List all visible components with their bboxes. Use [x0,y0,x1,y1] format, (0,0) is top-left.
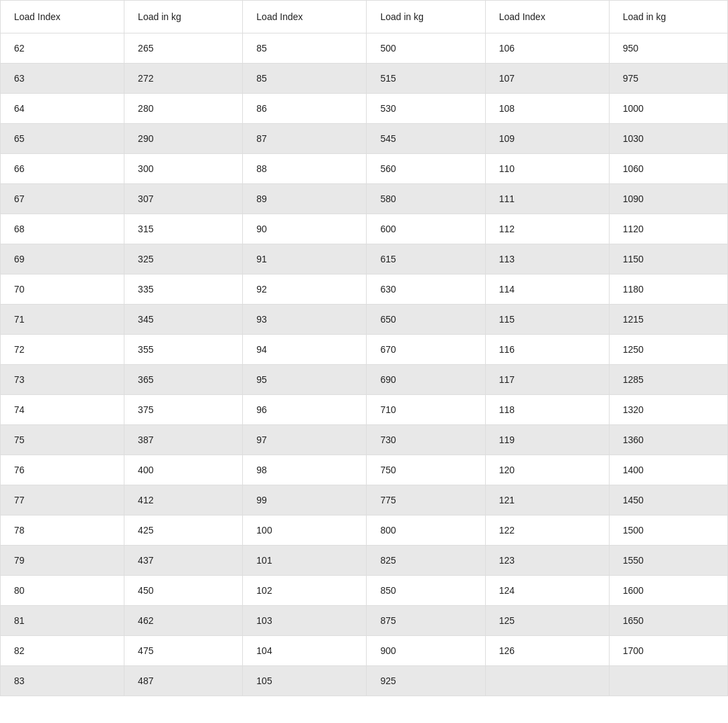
table-cell-r8-c0: 70 [1,274,124,305]
table-cell-r17-c4: 123 [485,546,609,576]
table-cell-r17-c1: 437 [124,546,243,576]
table-cell-r8-c4: 114 [485,274,609,305]
table-cell-r3-c0: 65 [1,124,124,154]
table-cell-r20-c1: 475 [124,636,243,666]
table-cell-r21-c1: 487 [124,666,243,696]
table-cell-r7-c1: 325 [124,244,243,274]
table-cell-r15-c4: 121 [485,485,609,515]
table-cell-r21-c3: 925 [367,666,485,696]
table-cell-r6-c3: 600 [367,214,485,244]
table-cell-r5-c2: 89 [243,184,367,214]
column-header-3: Load in kg [367,1,485,33]
table-cell-r2-c1: 280 [124,94,243,124]
table-cell-r21-c4 [485,666,609,696]
table-cell-r13-c1: 387 [124,425,243,455]
table-cell-r10-c5: 1250 [609,335,727,365]
table-row: 73365956901171285 [1,365,728,395]
table-cell-r21-c0: 83 [1,666,124,696]
table-cell-r15-c0: 77 [1,485,124,515]
table-cell-r2-c2: 86 [243,94,367,124]
table-cell-r6-c4: 112 [485,214,609,244]
table-cell-r18-c5: 1600 [609,576,727,606]
table-row: 65290875451091030 [1,124,728,154]
table-cell-r16-c2: 100 [243,515,367,546]
table-row: 72355946701161250 [1,335,728,365]
table-row: 804501028501241600 [1,576,728,606]
table-cell-r20-c3: 900 [367,636,485,666]
table-cell-r16-c4: 122 [485,515,609,546]
table-cell-r18-c4: 124 [485,576,609,606]
table-row: 83487105925 [1,666,728,696]
table-row: 74375967101181320 [1,395,728,425]
table-cell-r10-c1: 355 [124,335,243,365]
table-cell-r20-c2: 104 [243,636,367,666]
table-cell-r4-c1: 300 [124,154,243,184]
table-cell-r16-c3: 800 [367,515,485,546]
table-cell-r21-c2: 105 [243,666,367,696]
table-cell-r8-c3: 630 [367,274,485,305]
table-row: 70335926301141180 [1,274,728,305]
table-cell-r7-c3: 615 [367,244,485,274]
table-row: 67307895801111090 [1,184,728,214]
table-cell-r11-c4: 117 [485,365,609,395]
table-container: Load IndexLoad in kgLoad IndexLoad in kg… [0,0,728,723]
table-cell-r1-c5: 975 [609,64,727,94]
table-cell-r15-c1: 412 [124,485,243,515]
table-cell-r9-c5: 1215 [609,305,727,335]
table-cell-r12-c1: 375 [124,395,243,425]
table-cell-r5-c3: 580 [367,184,485,214]
table-cell-r6-c1: 315 [124,214,243,244]
table-cell-r11-c2: 95 [243,365,367,395]
table-row: 69325916151131150 [1,244,728,274]
table-cell-r11-c5: 1285 [609,365,727,395]
table-cell-r12-c0: 74 [1,395,124,425]
table-cell-r16-c1: 425 [124,515,243,546]
table-cell-r2-c4: 108 [485,94,609,124]
table-cell-r18-c1: 450 [124,576,243,606]
table-cell-r1-c4: 107 [485,64,609,94]
column-header-0: Load Index [1,1,124,33]
table-cell-r9-c3: 650 [367,305,485,335]
table-cell-r14-c2: 98 [243,455,367,485]
table-cell-r7-c2: 91 [243,244,367,274]
table-cell-r19-c0: 81 [1,606,124,636]
column-header-2: Load Index [243,1,367,33]
table-cell-r9-c4: 115 [485,305,609,335]
table-cell-r18-c3: 850 [367,576,485,606]
table-cell-r3-c2: 87 [243,124,367,154]
table-row: 784251008001221500 [1,515,728,546]
table-cell-r21-c5 [609,666,727,696]
table-row: 814621038751251650 [1,606,728,636]
table-cell-r5-c5: 1090 [609,184,727,214]
table-cell-r1-c2: 85 [243,64,367,94]
table-cell-r4-c4: 110 [485,154,609,184]
table-cell-r9-c0: 71 [1,305,124,335]
table-row: 6327285515107975 [1,64,728,94]
table-cell-r2-c3: 530 [367,94,485,124]
table-cell-r14-c5: 1400 [609,455,727,485]
table-body: 6226585500106950632728551510797564280865… [1,33,728,696]
table-cell-r7-c0: 69 [1,244,124,274]
table-cell-r13-c3: 730 [367,425,485,455]
table-cell-r19-c4: 125 [485,606,609,636]
table-cell-r12-c2: 96 [243,395,367,425]
table-cell-r20-c0: 82 [1,636,124,666]
table-cell-r0-c4: 106 [485,33,609,64]
table-cell-r3-c4: 109 [485,124,609,154]
table-cell-r17-c3: 825 [367,546,485,576]
table-cell-r17-c2: 101 [243,546,367,576]
table-cell-r0-c3: 500 [367,33,485,64]
table-cell-r5-c0: 67 [1,184,124,214]
table-cell-r3-c5: 1030 [609,124,727,154]
table-cell-r5-c4: 111 [485,184,609,214]
column-header-4: Load Index [485,1,609,33]
table-cell-r0-c5: 950 [609,33,727,64]
table-cell-r10-c2: 94 [243,335,367,365]
table-cell-r12-c5: 1320 [609,395,727,425]
table-cell-r13-c5: 1360 [609,425,727,455]
table-cell-r14-c1: 400 [124,455,243,485]
table-cell-r0-c1: 265 [124,33,243,64]
table-cell-r4-c3: 560 [367,154,485,184]
table-cell-r4-c2: 88 [243,154,367,184]
table-cell-r12-c3: 710 [367,395,485,425]
